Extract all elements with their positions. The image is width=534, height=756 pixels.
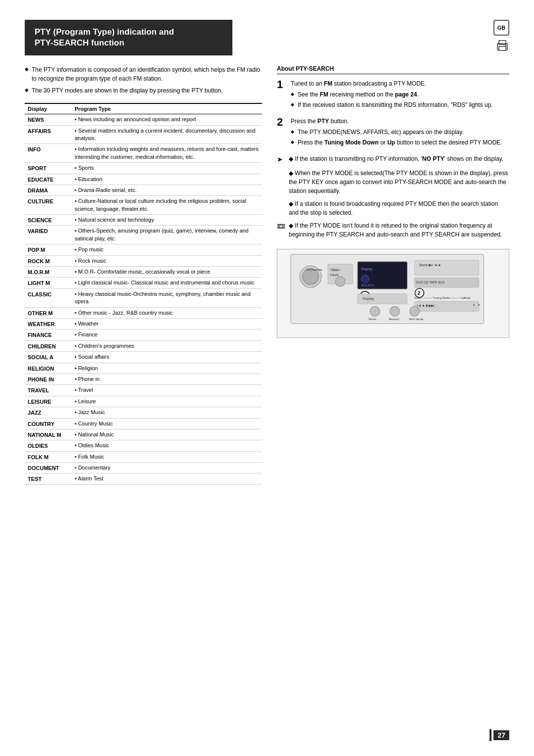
step-1: 1 Tuned to an FM station broadcasting a … <box>277 79 509 111</box>
tape-note: 📼 ◆ If the PTY MODE isn't found it is re… <box>277 221 509 239</box>
display-cell: EDUCATE <box>25 174 72 185</box>
col-display-header: Display <box>25 103 72 114</box>
svg-rect-20 <box>414 260 479 275</box>
svg-rect-1 <box>499 41 506 45</box>
svg-point-38 <box>473 304 475 306</box>
gb-badge-text: GB <box>497 25 506 31</box>
display-cell: INFO <box>25 144 72 163</box>
display-cell: M.O.R.M <box>25 267 72 278</box>
display-cell: OLDIES <box>25 440 72 451</box>
table-row: SCIENCE• Natural science and technology <box>25 215 262 226</box>
display-cell: FOLK M <box>25 451 72 462</box>
program-type-cell: • Several matters including a current in… <box>72 125 262 144</box>
svg-text:Display: Display <box>362 297 374 301</box>
table-row: SPORT• Sports <box>25 163 262 174</box>
display-cell: TEST <box>25 473 72 484</box>
arrow-icon-3 <box>277 199 285 217</box>
program-type-cell: • Leisure <box>72 396 262 407</box>
display-cell: PHONE IN <box>25 374 72 384</box>
table-row: FOLK M• Folk Music <box>25 451 262 462</box>
table-row: PHONE IN• Phone in <box>25 374 262 384</box>
program-type-cell: • National Music <box>72 429 262 440</box>
table-row: POP M• Pop music <box>25 244 262 255</box>
program-type-cell: • Religion <box>72 363 262 374</box>
display-cell: SOCIAL A <box>25 352 72 363</box>
svg-point-15 <box>361 275 369 283</box>
program-type-cell: • Others-Speech, amusing program (quiz, … <box>72 226 262 244</box>
display-cell: FINANCE <box>25 330 72 340</box>
svg-text:RDS  PTY: RDS PTY <box>361 284 374 287</box>
printer-icon <box>495 39 509 55</box>
program-type-cell: • Oldies Music <box>72 440 262 451</box>
tape-icon: 📼 <box>277 221 285 239</box>
about-pty-search-title: About PTY-SEARCH <box>277 65 509 74</box>
program-type-cell: • Heavy classical music-Orchestra music,… <box>72 288 262 307</box>
arrow-note-1: ➤ ◆ If the station is transmitting no PT… <box>277 154 509 165</box>
arrow-icon-2 <box>277 169 285 195</box>
program-type-cell: • Weather <box>72 319 262 330</box>
svg-text:Demo: Demo <box>333 268 341 271</box>
display-cell: NEWS <box>25 114 72 125</box>
svg-point-33 <box>390 306 400 316</box>
arrow-note-2: ◆ When the PTY MODE is selected(The PTY … <box>277 169 509 195</box>
table-row: NATIONAL M• National Music <box>25 429 262 440</box>
col-program-type-header: Program Type <box>72 103 262 114</box>
svg-text:Clock: Clock <box>330 273 339 277</box>
intro-bullet-2: The 30 PTY modes are shown in the displa… <box>25 86 262 95</box>
program-type-cell: • Alarm Test <box>72 473 262 484</box>
display-cell: VARIED <box>25 226 72 244</box>
display-cell: CLASSIC <box>25 288 72 307</box>
step-1-content: Tuned to an FM station broadcasting a PT… <box>291 79 509 111</box>
svg-point-31 <box>370 306 380 316</box>
program-type-cell: • Light classical music- Classical music… <box>72 278 262 288</box>
svg-point-12 <box>335 277 345 286</box>
display-cell: RELIGION <box>25 363 72 374</box>
arrow-note-3: ◆ If a station is found broadcasting req… <box>277 199 509 217</box>
step-2-main: Press the PTY button. <box>291 117 509 126</box>
table-row: FINANCE• Finance <box>25 330 262 340</box>
svg-text:REV Mode: REV Mode <box>409 318 424 321</box>
table-row: JAZZ• Jazz Music <box>25 407 262 418</box>
display-cell: CULTURE <box>25 196 72 215</box>
svg-text:|◄◄   ■   ▶▶|: |◄◄ ■ ▶▶| <box>417 304 435 308</box>
display-cell: DOCUMENT <box>25 463 72 473</box>
program-type-cell: • Phone in <box>72 374 262 384</box>
step-1-number: 1 <box>277 79 286 111</box>
program-type-cell: • Children's programmes <box>72 340 262 351</box>
display-cell: ROCK M <box>25 255 72 266</box>
svg-text:DVD CD  TAPE  AUX: DVD CD TAPE AUX <box>416 281 445 284</box>
table-row: TRAVEL• Travel <box>25 385 262 396</box>
program-type-cell: • Finance <box>72 330 262 340</box>
program-type-cell: • News including an announced opinion an… <box>72 114 262 125</box>
page-number-area: 27 <box>490 729 509 741</box>
pty-table: Display Program Type NEWS• News includin… <box>25 103 262 485</box>
table-row: AFFAIRS• Several matters including a cur… <box>25 125 262 144</box>
step-2: 2 Press the PTY button. The PTY MODE(NEW… <box>277 117 509 148</box>
display-cell: COUNTRY <box>25 418 72 429</box>
svg-text:2: 2 <box>417 290 420 296</box>
svg-text:Down ——— Tuning Mode ——— Up: Down ——— Tuning Mode ——— Up <box>414 296 464 299</box>
arrow-icon-1: ➤ <box>277 154 285 165</box>
right-column: About PTY-SEARCH 1 Tuned to an FM statio… <box>277 65 509 485</box>
table-row: RELIGION• Religion <box>25 363 262 374</box>
step-2-content: Press the PTY button. The PTY MODE(NEWS,… <box>291 117 509 148</box>
svg-point-3 <box>505 45 506 46</box>
display-cell: DRAMA <box>25 185 72 195</box>
page-number-box: 27 <box>493 730 509 740</box>
svg-text:Display: Display <box>361 267 372 271</box>
table-row: WEATHER• Weather <box>25 319 262 330</box>
table-row: COUNTRY• Country Music <box>25 418 262 429</box>
table-row: CHILDREN• Children's programmes <box>25 340 262 351</box>
program-type-cell: • Education <box>72 174 262 185</box>
table-row: DOCUMENT• Documentary <box>25 463 262 473</box>
program-type-cell: • Culture-National or local culture incl… <box>72 196 262 215</box>
gb-badge: GB <box>493 20 509 36</box>
program-type-cell: • Documentary <box>72 463 262 473</box>
intro-bullet-1: The PTY information is composed of an id… <box>25 65 262 83</box>
display-cell: JAZZ <box>25 407 72 418</box>
program-type-cell: • M.O.R- Comfortable music, occasionally… <box>72 267 262 278</box>
device-image: On/Standby Timer Clock Demo Display RDS … <box>277 249 509 338</box>
svg-text:On/Standby: On/Standby <box>307 268 322 271</box>
svg-point-35 <box>409 306 419 316</box>
left-column: The PTY information is composed of an id… <box>25 65 262 485</box>
